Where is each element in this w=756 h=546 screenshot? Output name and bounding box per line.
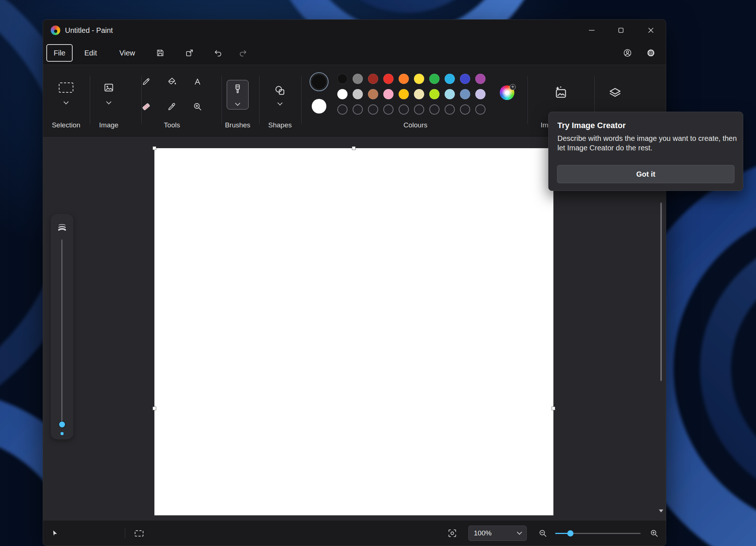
- brushes-button[interactable]: [227, 80, 249, 109]
- colour-swatch[interactable]: [399, 74, 409, 84]
- minimize-icon: [587, 26, 596, 35]
- empty-colour-slot[interactable]: [383, 104, 394, 115]
- fit-to-window-icon: [447, 528, 457, 538]
- paint-app-icon: [51, 26, 60, 35]
- settings-button[interactable]: [642, 45, 659, 61]
- menu-edit[interactable]: Edit: [78, 44, 103, 62]
- colour2-swatch[interactable]: [312, 99, 326, 114]
- selection-tool-button[interactable]: [59, 82, 73, 93]
- close-button[interactable]: [639, 20, 663, 41]
- account-button[interactable]: [619, 45, 636, 61]
- cursor-position-indicator: [49, 520, 62, 546]
- empty-colour-slot[interactable]: [414, 104, 424, 115]
- colours-label: Colours: [310, 121, 521, 129]
- brush-size-track[interactable]: [61, 239, 62, 424]
- fit-to-window-button[interactable]: [446, 520, 459, 546]
- shapes-button[interactable]: [272, 82, 288, 99]
- colour-swatch[interactable]: [460, 89, 470, 99]
- selection-size-indicator: [133, 520, 146, 546]
- selection-size-icon: [135, 530, 143, 537]
- canvas[interactable]: [154, 148, 553, 515]
- colour-swatch[interactable]: [475, 89, 486, 99]
- menu-view[interactable]: View: [113, 44, 142, 62]
- colour-grid: [337, 74, 486, 115]
- colour1-selected-ring[interactable]: [310, 72, 329, 91]
- zoom-out-button[interactable]: [536, 520, 549, 546]
- colour-swatch[interactable]: [368, 74, 378, 84]
- stroke-thickness-icon: [57, 222, 68, 233]
- empty-colour-slot[interactable]: [475, 104, 486, 115]
- maximize-button[interactable]: [609, 20, 633, 41]
- scrollbar-down-arrow[interactable]: [659, 510, 663, 512]
- vertical-scrollbar-thumb[interactable]: [660, 203, 662, 381]
- colour-swatch[interactable]: [383, 89, 394, 99]
- image-button[interactable]: [101, 80, 117, 96]
- canvas-resize-handle-right-middle[interactable]: [552, 407, 555, 410]
- colour-swatch[interactable]: [460, 74, 470, 84]
- colour-swatch[interactable]: [445, 74, 455, 84]
- magnifier-tool-button[interactable]: [189, 99, 206, 115]
- zoom-level-value: 100%: [474, 529, 492, 537]
- colour-swatch[interactable]: [353, 89, 363, 99]
- empty-colour-slot[interactable]: [353, 104, 363, 115]
- ribbon-group-brushes: Brushes: [218, 65, 257, 137]
- zoom-slider-thumb[interactable]: [567, 530, 573, 537]
- shapes-dropdown-chevron-icon[interactable]: [277, 100, 283, 105]
- empty-colour-slot[interactable]: [460, 104, 470, 115]
- eyedropper-icon: [167, 101, 177, 112]
- zoom-in-button[interactable]: [648, 520, 661, 546]
- brush-size-thumb[interactable]: [59, 422, 65, 427]
- eraser-tool-button[interactable]: [138, 99, 154, 115]
- canvas-resize-handle-top-left[interactable]: [153, 146, 156, 150]
- image-dropdown-chevron-icon[interactable]: [106, 99, 111, 104]
- colour-swatch[interactable]: [399, 89, 409, 99]
- colour-swatch[interactable]: [414, 89, 424, 99]
- share-icon: [185, 48, 194, 58]
- zoom-level-dropdown[interactable]: 100%: [468, 526, 527, 541]
- brushes-label: Brushes: [218, 121, 257, 129]
- save-button[interactable]: [152, 45, 169, 61]
- share-button[interactable]: [181, 45, 198, 61]
- edit-colours-wheel-button[interactable]: +: [500, 85, 514, 100]
- colour-swatch[interactable]: [429, 74, 440, 84]
- empty-colour-slot[interactable]: [429, 104, 440, 115]
- redo-icon: [238, 48, 248, 58]
- eyedropper-tool-button[interactable]: [164, 99, 180, 115]
- zoom-dropdown-chevron-icon: [517, 530, 522, 535]
- colour-swatch[interactable]: [429, 89, 440, 99]
- colour-swatch[interactable]: [337, 89, 348, 99]
- empty-colour-slot[interactable]: [368, 104, 378, 115]
- colour-swatch[interactable]: [414, 74, 424, 84]
- selection-dropdown-chevron-icon[interactable]: [64, 99, 69, 104]
- colour-swatch[interactable]: [337, 74, 348, 84]
- zoom-out-icon: [538, 528, 548, 538]
- colour-swatch[interactable]: [368, 89, 378, 99]
- zoom-in-icon: [649, 528, 659, 538]
- layers-icon: [608, 86, 622, 100]
- colour-swatch[interactable]: [383, 74, 394, 84]
- fill-tool-button[interactable]: [164, 74, 180, 90]
- empty-colour-slot[interactable]: [445, 104, 455, 115]
- layers-button[interactable]: [607, 85, 623, 101]
- text-tool-button[interactable]: [189, 74, 206, 90]
- got-it-button[interactable]: Got it: [557, 165, 734, 183]
- image-creator-button[interactable]: [552, 85, 568, 101]
- colour-swatch[interactable]: [445, 89, 455, 99]
- save-icon: [156, 48, 165, 58]
- minimize-button[interactable]: [580, 20, 603, 41]
- selection-label: Selection: [46, 121, 86, 129]
- colour-swatch[interactable]: [475, 74, 486, 84]
- empty-colour-slot[interactable]: [399, 104, 409, 115]
- pencil-tool-button[interactable]: [138, 74, 154, 90]
- cursor-arrow-icon: [50, 528, 60, 538]
- menu-file[interactable]: File: [46, 44, 73, 62]
- redo-button[interactable]: [235, 45, 252, 61]
- canvas-resize-handle-left-middle[interactable]: [153, 407, 156, 410]
- colour-swatch[interactable]: [353, 74, 363, 84]
- empty-colour-slot[interactable]: [337, 104, 348, 115]
- canvas-resize-handle-top-center[interactable]: [352, 146, 356, 150]
- ribbon-separator: [527, 76, 528, 124]
- pencil-icon: [141, 77, 151, 87]
- colour1-swatch[interactable]: [311, 74, 327, 89]
- undo-button[interactable]: [210, 45, 226, 61]
